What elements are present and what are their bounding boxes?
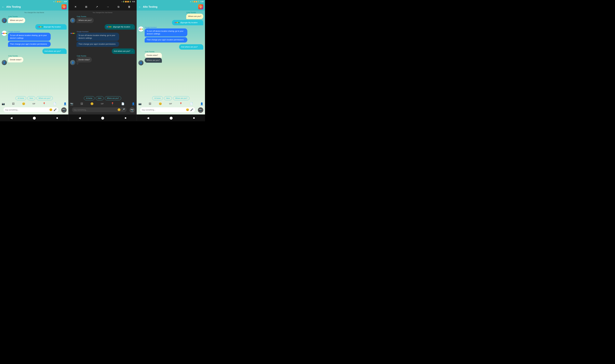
share-action-middle[interactable]: ↗: [96, 5, 98, 8]
contact-icon-mid[interactable]: 👤: [132, 102, 135, 105]
bubble-wrapper-sent-2-right: And where are you? ✓✓: [179, 44, 203, 50]
emoji-icon-left[interactable]: 😊: [22, 102, 25, 105]
screen-middle: ⎈ 🔋 📶 📶 🔋 3:21 ✕ ⊞ ↗ → ⧉ 🗑 You changed t…: [68, 0, 137, 115]
chip-at-home-right[interactable]: At home: [152, 96, 163, 100]
input-row-mid: 😊 🎤 📷: [70, 107, 135, 113]
chip-here-mid[interactable]: Here: [96, 96, 104, 100]
location-icon-mid[interactable]: 📍: [111, 102, 114, 105]
chip-where-right[interactable]: Where are you?: [173, 96, 190, 100]
sender-name-cody-2-right: Cody Toombs: [145, 51, 162, 52]
nav-square-mid[interactable]: ■: [123, 115, 128, 121]
avatar-img-cody-mid: 👤: [70, 18, 75, 23]
camera-icon-left[interactable]: 📷: [2, 102, 5, 105]
gif-icon-mid[interactable]: GIF: [101, 103, 104, 105]
input-bar-left: 😊 🎤: [3, 107, 58, 112]
battery-icon: 🔋: [61, 1, 63, 2]
mic-icon-mid[interactable]: 🎤: [122, 108, 125, 111]
chip-here-left[interactable]: Here: [27, 96, 35, 100]
quick-replies-middle: At home Here Where are you?: [68, 95, 137, 101]
nav-square-left[interactable]: ■: [55, 115, 59, 121]
ga-avatar-mid: [70, 31, 75, 36]
emoji-icon-right[interactable]: 😊: [159, 102, 162, 105]
nav-square-right[interactable]: ■: [192, 115, 196, 121]
msg-text-1-right: Where are you?: [188, 15, 202, 17]
battery-icon-mid: 🔋: [129, 1, 131, 2]
wifi-icon-right: 📶: [193, 1, 195, 2]
gif-icon-left[interactable]: GIF: [32, 103, 35, 105]
vibrate-icon-right: 🔋: [191, 1, 193, 2]
ga-dots-mid: [71, 33, 75, 34]
camera-icon-right[interactable]: 📷: [138, 102, 141, 105]
copy-action-middle[interactable]: ⧉: [118, 5, 120, 8]
bubble-1-left: Where are you?: [8, 18, 25, 23]
camera-button-left[interactable]: 📷: [61, 107, 67, 113]
gif-icon-right[interactable]: GIF: [169, 103, 172, 105]
bluetooth-icon-right: ⎈: [190, 1, 191, 2]
avatar-img-cody-2-mid: 👤: [70, 60, 75, 65]
image-icon-right[interactable]: 🖼: [149, 102, 151, 105]
delete-action-middle[interactable]: 🗑: [128, 5, 131, 8]
nav-back-mid[interactable]: ◀: [77, 115, 82, 121]
top-bar-left: ← Allo Testing 🎨: [0, 3, 68, 11]
chip-at-home-mid[interactable]: At home: [84, 96, 95, 100]
bubble-1-right: Where are you?: [186, 14, 204, 19]
file-icon-mid[interactable]: 📄: [121, 102, 124, 105]
emoji-icon-mid[interactable]: 😊: [90, 102, 94, 105]
chip-where-mid[interactable]: Where are you?: [105, 96, 121, 100]
emoji-input-icon-right[interactable]: 😊: [186, 108, 189, 111]
translation-bubble-right: Where are you?: [145, 58, 162, 63]
file-icon-right[interactable]: 📄: [190, 102, 193, 105]
screen-right: ⎈ 🔋 📶 📶 🔋 3:20 ← Allo Testing 🎨: [137, 0, 205, 115]
camera-button-mid[interactable]: 📷: [129, 107, 135, 113]
chip-at-home-left[interactable]: At home: [15, 96, 26, 100]
image-icon-left[interactable]: 🖼: [12, 102, 15, 105]
msg-text-sent-2-left: And where are you?: [44, 50, 61, 52]
back-button-left[interactable]: ←: [2, 5, 5, 9]
msg-row-sent-2-mid: And where are you? ✓: [70, 49, 135, 54]
chat-title-left: Allo Testing: [6, 5, 62, 8]
heart-icon-right[interactable]: ♡: [145, 63, 162, 65]
close-action-middle[interactable]: ✕: [74, 5, 77, 8]
heart-icon-left[interactable]: ♡: [8, 62, 23, 65]
contact-icon-left[interactable]: 👤: [64, 102, 67, 105]
message-input-left[interactable]: [5, 109, 48, 111]
chat-area-left: 👤 Cody Toombs Where are you?: [0, 14, 68, 95]
image-icon-mid[interactable]: 🖼: [81, 102, 83, 105]
heart-icon-mid[interactable]: ♡: [76, 62, 92, 65]
signal-x-icon-right: 📶: [196, 1, 197, 2]
mic-icon-left[interactable]: 🎤: [54, 108, 57, 111]
contact-icon-right[interactable]: 👤: [200, 102, 203, 105]
translate-action-middle[interactable]: ⊞: [85, 5, 87, 8]
camera-icon-mid[interactable]: 📷: [70, 102, 73, 105]
nav-back-left[interactable]: ◀: [9, 115, 14, 121]
read-receipt-sent-1-mid: ✓: [132, 26, 133, 28]
battery-icon-right: 🔋: [198, 1, 199, 2]
avatar-cody-right: 👤: [138, 60, 143, 65]
nav-home-left[interactable]: ⬤: [32, 115, 37, 121]
camera-button-right[interactable]: 📷: [198, 107, 203, 113]
back-button-right[interactable]: ←: [138, 5, 141, 9]
mic-icon-right[interactable]: 🎤: [190, 108, 193, 111]
translation-text-right: Where are you?: [147, 59, 160, 61]
location-icon-left[interactable]: 📍: [42, 102, 46, 105]
nav-home-mid[interactable]: ⬤: [100, 115, 105, 121]
file-icon-left[interactable]: 📄: [53, 102, 56, 105]
time-right: 3:20: [200, 1, 204, 2]
forward-action-middle[interactable]: →: [107, 5, 109, 8]
bottom-nav: ◀ ⬤ ■ ◀ ⬤ ■ ◀ ⬤ ■: [0, 115, 205, 121]
emoji-input-icon-left[interactable]: 😊: [49, 108, 52, 111]
theme-banner-left: You changed the chat theme: [0, 11, 68, 14]
message-input-right[interactable]: [142, 109, 185, 111]
nav-home-right[interactable]: ⬤: [168, 115, 174, 121]
chip-where-left[interactable]: Where are you?: [36, 96, 53, 100]
bubble-wrapper-sent-1-left: @google My location ✓✓: [35, 24, 67, 30]
message-input-mid[interactable]: [74, 109, 116, 111]
nav-back-right[interactable]: ◀: [146, 115, 150, 121]
time-middle: 3:21: [132, 1, 135, 2]
location-icon-right[interactable]: 📍: [179, 102, 182, 105]
msg-row-assistant-mid: Google Assistant To turn off device loca…: [70, 31, 135, 47]
assistant-msg-1-right: To turn off device location sharing, go …: [147, 30, 183, 35]
read-receipt-sent-2-left: ✓✓: [62, 51, 65, 52]
emoji-input-icon-mid[interactable]: 😊: [117, 108, 121, 111]
chip-here-right[interactable]: Here: [164, 96, 172, 100]
